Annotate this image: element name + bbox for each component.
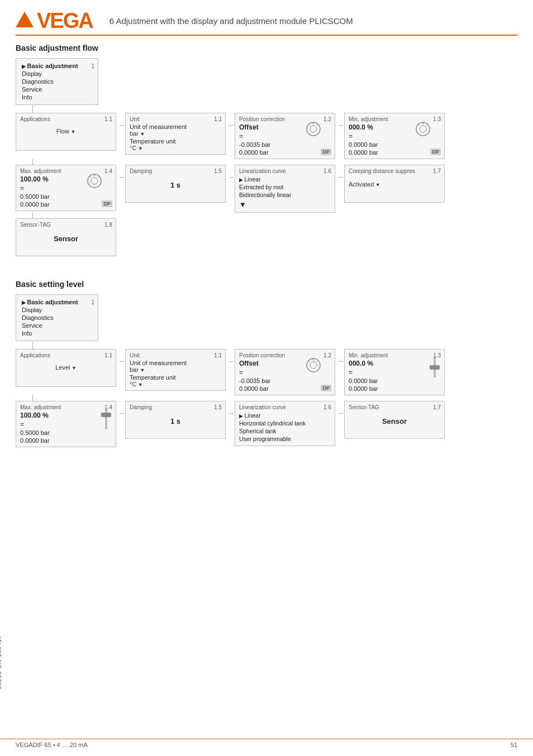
logo-triangle-icon [16,12,34,27]
menu-item-display[interactable]: Display [22,70,92,78]
node-unit-bar-dropdown[interactable]: bar [130,130,221,137]
node-pos-val2-l: 0.0000 bar [239,385,331,392]
node-max-main-l: 100.00 % [20,412,112,419]
node-max-eq-l: = [20,420,112,428]
node-max-adj-flow: 1.4 Max. adjustment 100.00 % = 0.5000 ba… [16,165,116,211]
node-temp-dropdown[interactable]: °C [130,145,221,151]
h-conn-l1 [120,361,124,362]
section1-title: Basic adjustment flow [16,44,517,52]
node-unit-bar-dropdown-l[interactable]: bar [130,366,221,373]
node-min-val1-l: 0.0000 bar [349,377,440,384]
lin-item-hcyl[interactable]: Horizontal cylindrical tank [239,419,331,427]
node-num-l1-7: 1.7 [433,404,441,410]
node-applications-flow: 1.1 Applications Flow [16,113,116,151]
dp-badge-pos: DP [321,149,331,155]
lin-list-flow: Linear Extracted by root Bidirectionally… [239,175,331,209]
node-temp-dropdown-l[interactable]: °C [130,381,221,387]
header-title: 6 Adjustment with the display and adjust… [110,16,353,26]
node-sensor-level: 1.7 Sensor-TAG Sensor [344,401,445,439]
node-num-1-3: 1.3 [433,116,441,122]
node-dropdown-level[interactable]: Level [55,364,77,371]
connector-v5 [32,395,33,401]
svg-point-6 [420,126,426,132]
node-num-1-5: 1.5 [214,168,222,174]
menu-item-display-l[interactable]: Display [22,306,92,314]
svg-point-11 [91,178,98,184]
page-footer: VEGADIF 65 • 4 … 20 mA 51 [0,739,533,750]
node-num-1-8: 1.8 [104,222,112,228]
section-divider [16,266,517,275]
node-title-sensor-l: Sensor-TAG [349,404,440,410]
menu-box-level[interactable]: 1 Basic adjustment Display Diagnostics S… [16,294,98,341]
section-level: Basic setting level 1 Basic adjustment D… [16,280,517,447]
dp-badge-max: DP [102,200,112,207]
h-conn-5 [229,177,234,178]
menu-arrow-icon: 1 [91,63,94,69]
node-num-l1-5: 1.5 [214,404,222,410]
node-title-creep: Creeping distance suppres. [349,168,440,174]
menu-item-info-l[interactable]: Info [22,329,92,337]
node-title-max-adj-l: Max. adjustment [20,404,112,410]
node-title-unit-l: Unit [130,352,221,358]
node-min-adj-level: 1.3 Min. adjustment 000.0 % = 0.0000 bar… [344,349,445,395]
dial-icon-max [87,173,102,189]
node-pos-val1-l: -0.0035 bar [239,377,331,384]
lin-item-linear-l[interactable]: Linear [239,412,331,419]
menu-item-service-l[interactable]: Service [22,322,92,329]
lin-item-bidir[interactable]: Bidirectionally linear [239,191,331,199]
h-conn-2 [229,125,234,126]
connector-v3 [32,213,33,218]
connector-v4 [32,341,33,349]
dial-icon-pos-l [306,357,321,373]
node-min-val2: 0.0000 bar [349,149,440,156]
menu-box-flow[interactable]: 1 Basic adjustment Display Diagnostics S… [16,58,98,105]
logo: VEGA [16,10,93,31]
lin-item-arrow: ▼ [239,200,331,209]
section2-title: Basic setting level [16,280,517,289]
lin-item-user[interactable]: User programmable [239,435,331,443]
node-pos-correction-level: 1.2 Position correction Offset = -0.0035… [235,349,335,395]
connector-v1 [32,105,33,113]
menu-item-diagnostics[interactable]: Diagnostics [22,78,92,85]
h-conn-6 [339,177,343,178]
node-title-min-adj-l: Min. adjustment [349,352,440,358]
node-dropdown-flow[interactable]: Flow [56,128,76,135]
lin-item-linear[interactable]: Linear [239,175,331,183]
lin-item-sphere[interactable]: Spherical tank [239,427,331,435]
node-creep-flow: 1.7 Creeping distance suppres. Activated [344,165,445,203]
level-row2: 1.4 Max. adjustment 100.00 % = 0.5000 ba… [16,401,517,447]
menu-item-info[interactable]: Info [22,93,92,101]
menu-item-diagnostics-l[interactable]: Diagnostics [22,314,92,322]
footer-right: 51 [511,741,517,748]
sidebar-label: 36236-EN-130417 [0,635,2,689]
node-creep-dropdown[interactable]: Activated [349,181,380,188]
node-unit-flow: 1.1 Unit Unit of measurement bar Tempera… [125,113,226,155]
node-title-lin-l: Linearization curve [239,404,331,410]
node-min-main-l: 000.0 % [349,360,440,367]
menu-item-basic-adj[interactable]: Basic adjustment [22,62,92,70]
node-max-adj-level: 1.4 Max. adjustment 100.00 % = 0.5000 ba… [16,401,116,447]
h-conn-3 [339,125,343,126]
node-damping-val-l: 1 s [130,417,221,425]
node-damping-val: 1 s [130,181,221,189]
node-title-damping: Damping [130,168,221,174]
node-title-unit: Unit [130,116,221,122]
node-sensor-flow: 1.8 Sensor-TAG Sensor [16,218,116,256]
node-num-l1-2: 1.2 [323,352,331,358]
node-max-val2-l: 0.0000 bar [20,437,112,444]
dial-icon-min [415,121,431,137]
node-temp-label-l: Temperature unit [130,374,221,381]
node-num-1-1a: 1.1 [104,116,112,122]
lin-item-root[interactable]: Extracted by root [239,183,331,191]
node-num-1-6: 1.6 [323,168,331,174]
menu-item-basic-adj-l[interactable]: Basic adjustment [22,298,92,306]
node-sensor-val: Sensor [20,235,112,243]
node-num-l1-6: 1.6 [323,404,331,410]
node-pos-correction-flow: 1.2 Position correction Offset = -0.0035… [235,113,335,159]
node-lin-flow: 1.6 Linearization curve Linear Extracted… [235,165,335,213]
page-header: VEGA 6 Adjustment with the display and a… [16,10,517,36]
dp-badge-pos-l: DP [321,385,331,391]
node-max-val1-l: 0.5000 bar [20,429,112,436]
menu-item-service[interactable]: Service [22,85,92,93]
flow-row2: 1.4 Max. adjustment 100.00 % = 0.5000 ba… [16,165,517,213]
